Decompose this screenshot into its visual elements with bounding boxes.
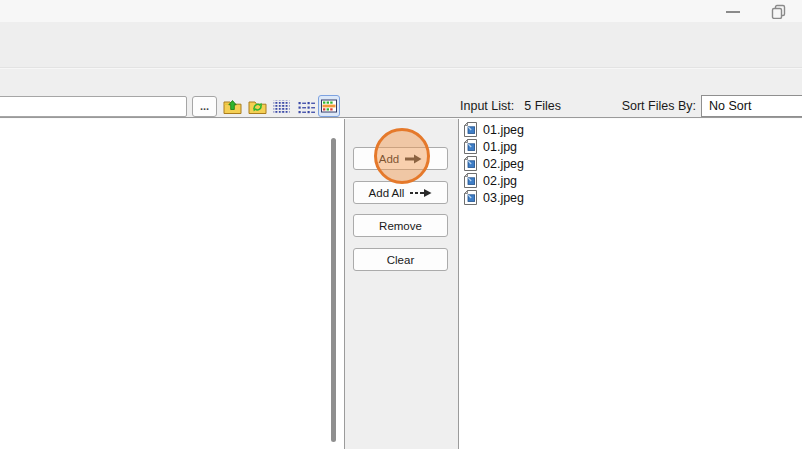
file-list-item[interactable]: 03.jpeg (463, 189, 802, 206)
file-list-item[interactable]: 02.jpeg (463, 155, 802, 172)
input-list-panel[interactable]: 01.jpeg 01.jpg (458, 119, 802, 449)
details-view-button[interactable] (271, 97, 291, 116)
sort-files-combobox[interactable]: No Sort (701, 95, 802, 117)
sort-files-label: Sort Files By: (600, 99, 696, 113)
add-all-button[interactable]: Add All (353, 181, 448, 204)
file-list: 01.jpeg 01.jpg (463, 121, 802, 206)
clear-button[interactable]: Clear (353, 248, 448, 271)
file-name: 03.jpeg (483, 191, 524, 205)
menu-band (0, 22, 802, 67)
image-file-icon (464, 190, 477, 205)
file-name: 01.jpg (483, 140, 517, 154)
details-view-icon (272, 99, 291, 115)
add-all-button-label: Add All (369, 187, 405, 199)
clear-button-label: Clear (387, 254, 414, 266)
folder-refresh-button[interactable] (247, 97, 267, 116)
restore-down-icon (771, 4, 786, 19)
input-list-label: Input List: (460, 99, 514, 113)
right-arrow-icon (405, 154, 422, 164)
minimize-button[interactable] (722, 2, 744, 21)
source-browser-panel[interactable] (0, 119, 345, 449)
image-file-icon (464, 139, 477, 154)
remove-button-label: Remove (379, 220, 422, 232)
input-list-count: 5 Files (524, 99, 561, 113)
file-list-item[interactable]: 02.jpg (463, 172, 802, 189)
thumbnails-view-button[interactable] (318, 95, 340, 117)
folder-refresh-icon (248, 98, 267, 115)
input-list-header: Input List: 5 Files (460, 99, 561, 113)
add-button[interactable]: Add (353, 147, 448, 170)
remove-button[interactable]: Remove (353, 214, 448, 237)
left-panel-scrollbar-thumb[interactable] (331, 138, 336, 442)
image-file-icon (464, 173, 477, 188)
file-name: 01.jpeg (483, 123, 524, 137)
thumbnails-view-icon (320, 97, 338, 115)
restore-button[interactable] (767, 2, 789, 21)
minimize-icon (726, 11, 740, 13)
folder-up-button[interactable] (222, 97, 242, 116)
file-list-item[interactable]: 01.jpg (463, 138, 802, 155)
image-file-icon (464, 122, 477, 137)
path-input[interactable] (0, 96, 187, 117)
dashed-right-arrow-icon (410, 188, 432, 198)
list-view-button[interactable] (296, 97, 316, 116)
image-file-icon (464, 156, 477, 171)
file-list-item[interactable]: 01.jpeg (463, 121, 802, 138)
add-button-label: Add (379, 153, 399, 165)
browse-button[interactable]: ... (192, 96, 217, 117)
folder-up-icon (223, 98, 242, 115)
app-window: ... (0, 0, 802, 449)
list-view-icon (297, 99, 316, 115)
titlebar (0, 0, 802, 22)
file-name: 02.jpg (483, 174, 517, 188)
file-name: 02.jpeg (483, 157, 524, 171)
